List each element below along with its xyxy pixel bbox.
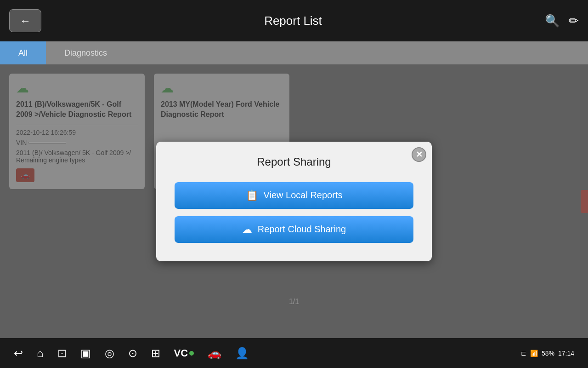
tabs-bar: All Diagnostics: [0, 41, 588, 64]
modal-overlay: ✕ Report Sharing 📋 View Local Reports ☁ …: [0, 64, 588, 338]
back-arrow-icon: ←: [20, 14, 31, 27]
view-local-label: View Local Reports: [264, 190, 343, 201]
report-cloud-sharing-button[interactable]: ☁ Report Cloud Sharing: [175, 216, 413, 243]
edit-icon[interactable]: ✏: [569, 14, 579, 28]
vc-text: VC: [174, 347, 188, 359]
page-title: Report List: [264, 14, 322, 28]
home-icon[interactable]: ⌂: [37, 347, 44, 360]
android-icon[interactable]: ⊡: [57, 347, 67, 360]
list-icon: 📋: [246, 190, 258, 201]
search-icon[interactable]: 🔍: [545, 14, 560, 28]
wifi-icon: 📶: [530, 350, 538, 357]
tab-all[interactable]: All: [0, 41, 46, 64]
top-bar: ← Report List 🔍 ✏: [0, 0, 588, 41]
cast-icon: ⊏: [521, 350, 526, 357]
tab-diagnostics[interactable]: Diagnostics: [46, 41, 125, 64]
modal-close-button[interactable]: ✕: [412, 147, 426, 162]
recent-apps-icon[interactable]: ▣: [80, 347, 91, 360]
profile-icon[interactable]: 👤: [235, 347, 249, 360]
cloud-upload-icon: ☁: [242, 224, 252, 236]
vc-badge[interactable]: VC: [174, 347, 194, 359]
bottom-nav-icons: ↩ ⌂ ⊡ ▣ ◎ ⊙ ⊞ VC 🚗 👤: [14, 347, 249, 360]
chromium-icon[interactable]: ◎: [105, 347, 114, 360]
report-sharing-modal: ✕ Report Sharing 📋 View Local Reports ☁ …: [156, 142, 432, 261]
bottom-bar: ↩ ⌂ ⊡ ▣ ◎ ⊙ ⊞ VC 🚗 👤 ⊏ 📶 58% 17:14: [0, 338, 588, 368]
main-content: ☁ 2011 (B)/Volkswagen/5K - Golf 2009 >/V…: [0, 64, 588, 338]
clock: 17:14: [558, 350, 574, 357]
battery-level: 58%: [542, 350, 554, 357]
back-nav-icon[interactable]: ↩: [14, 347, 23, 360]
car-diag-icon[interactable]: 🚗: [208, 347, 221, 360]
cloud-sharing-label: Report Cloud Sharing: [258, 224, 346, 235]
vc-connected-dot: [189, 351, 194, 356]
camera-icon[interactable]: ⊙: [128, 347, 137, 360]
view-local-reports-button[interactable]: 📋 View Local Reports: [175, 182, 413, 209]
modal-title: Report Sharing: [175, 155, 413, 168]
screen-record-icon[interactable]: ⊞: [151, 347, 160, 360]
top-icons-group: 🔍 ✏: [545, 14, 579, 28]
status-bar: ⊏ 📶 58% 17:14: [521, 350, 574, 357]
back-button[interactable]: ←: [9, 9, 41, 32]
